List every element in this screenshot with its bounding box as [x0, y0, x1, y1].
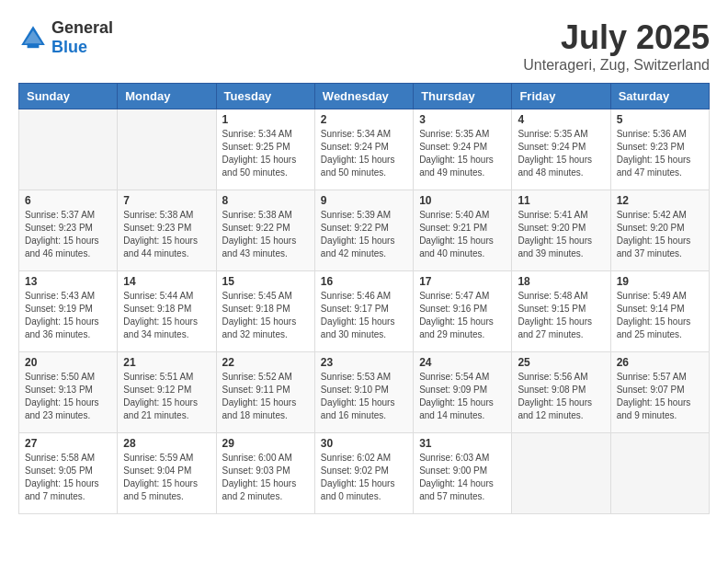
calendar-cell: 20Sunrise: 5:50 AMSunset: 9:13 PMDayligh… [19, 352, 118, 433]
day-info: Sunrise: 5:58 AMSunset: 9:05 PMDaylight:… [25, 452, 111, 503]
calendar-cell [512, 433, 610, 514]
day-info: Sunrise: 5:44 AMSunset: 9:18 PMDaylight:… [123, 290, 210, 341]
day-info: Sunrise: 5:40 AMSunset: 9:21 PMDaylight:… [419, 209, 506, 260]
calendar-cell: 22Sunrise: 5:52 AMSunset: 9:11 PMDayligh… [216, 352, 314, 433]
header-tuesday: Tuesday [216, 84, 314, 109]
day-info: Sunrise: 5:53 AMSunset: 9:10 PMDaylight:… [321, 371, 407, 422]
logo-icon [18, 23, 48, 52]
calendar-cell: 15Sunrise: 5:45 AMSunset: 9:18 PMDayligh… [216, 271, 314, 352]
logo-text: General Blue [51, 18, 113, 57]
day-number: 10 [419, 194, 506, 207]
calendar-title: July 2025 [523, 18, 710, 57]
calendar-cell: 16Sunrise: 5:46 AMSunset: 9:17 PMDayligh… [314, 271, 413, 352]
day-info: Sunrise: 5:35 AMSunset: 9:24 PMDaylight:… [518, 128, 604, 179]
calendar-cell: 5Sunrise: 5:36 AMSunset: 9:23 PMDaylight… [610, 109, 709, 190]
calendar-cell: 12Sunrise: 5:42 AMSunset: 9:20 PMDayligh… [610, 190, 709, 271]
svg-rect-2 [28, 43, 40, 48]
calendar-week-2: 6Sunrise: 5:37 AMSunset: 9:23 PMDaylight… [19, 190, 710, 271]
logo: General Blue [18, 18, 113, 57]
calendar-cell: 13Sunrise: 5:43 AMSunset: 9:19 PMDayligh… [19, 271, 118, 352]
day-info: Sunrise: 5:56 AMSunset: 9:08 PMDaylight:… [518, 371, 604, 422]
day-number: 20 [25, 356, 111, 369]
day-info: Sunrise: 5:36 AMSunset: 9:23 PMDaylight:… [617, 128, 703, 179]
day-info: Sunrise: 5:45 AMSunset: 9:18 PMDaylight:… [222, 290, 309, 341]
day-number: 19 [617, 275, 703, 288]
calendar-cell: 3Sunrise: 5:35 AMSunset: 9:24 PMDaylight… [414, 109, 512, 190]
day-number: 22 [222, 356, 309, 369]
header-saturday: Saturday [610, 84, 709, 109]
day-number: 4 [518, 113, 604, 126]
calendar-week-4: 20Sunrise: 5:50 AMSunset: 9:13 PMDayligh… [19, 352, 710, 433]
day-info: Sunrise: 5:34 AMSunset: 9:24 PMDaylight:… [321, 128, 407, 179]
day-number: 27 [25, 437, 111, 450]
day-info: Sunrise: 5:46 AMSunset: 9:17 PMDaylight:… [321, 290, 407, 341]
calendar-cell [19, 109, 118, 190]
day-info: Sunrise: 5:50 AMSunset: 9:13 PMDaylight:… [25, 371, 111, 422]
calendar-cell: 19Sunrise: 5:49 AMSunset: 9:14 PMDayligh… [610, 271, 709, 352]
day-number: 15 [222, 275, 309, 288]
calendar-header-row: Sunday Monday Tuesday Wednesday Thursday… [19, 84, 710, 109]
day-info: Sunrise: 5:52 AMSunset: 9:11 PMDaylight:… [222, 371, 309, 422]
day-info: Sunrise: 5:42 AMSunset: 9:20 PMDaylight:… [617, 209, 703, 260]
header-friday: Friday [512, 84, 610, 109]
day-number: 7 [123, 194, 210, 207]
calendar-table: Sunday Monday Tuesday Wednesday Thursday… [18, 83, 710, 514]
calendar-cell [610, 433, 709, 514]
day-info: Sunrise: 5:38 AMSunset: 9:22 PMDaylight:… [222, 209, 309, 260]
day-info: Sunrise: 5:37 AMSunset: 9:23 PMDaylight:… [25, 209, 111, 260]
day-number: 3 [419, 113, 506, 126]
day-number: 1 [222, 113, 309, 126]
calendar-cell: 2Sunrise: 5:34 AMSunset: 9:24 PMDaylight… [314, 109, 413, 190]
day-number: 24 [419, 356, 506, 369]
day-number: 18 [518, 275, 604, 288]
day-info: Sunrise: 5:51 AMSunset: 9:12 PMDaylight:… [123, 371, 210, 422]
calendar-week-3: 13Sunrise: 5:43 AMSunset: 9:19 PMDayligh… [19, 271, 710, 352]
logo-blue: Blue [51, 38, 87, 56]
logo-general: General [51, 18, 113, 37]
calendar-cell: 11Sunrise: 5:41 AMSunset: 9:20 PMDayligh… [512, 190, 610, 271]
header-wednesday: Wednesday [314, 84, 413, 109]
day-number: 16 [321, 275, 407, 288]
day-number: 31 [419, 437, 506, 450]
day-number: 14 [123, 275, 210, 288]
calendar-location: Unterageri, Zug, Switzerland [523, 57, 710, 74]
day-info: Sunrise: 5:39 AMSunset: 9:22 PMDaylight:… [321, 209, 407, 260]
calendar-week-5: 27Sunrise: 5:58 AMSunset: 9:05 PMDayligh… [19, 433, 710, 514]
day-number: 28 [123, 437, 210, 450]
day-info: Sunrise: 5:43 AMSunset: 9:19 PMDaylight:… [25, 290, 111, 341]
header-sunday: Sunday [19, 84, 118, 109]
day-number: 6 [25, 194, 111, 207]
day-info: Sunrise: 5:59 AMSunset: 9:04 PMDaylight:… [123, 452, 210, 503]
calendar-week-1: 1Sunrise: 5:34 AMSunset: 9:25 PMDaylight… [19, 109, 710, 190]
calendar-cell: 1Sunrise: 5:34 AMSunset: 9:25 PMDaylight… [216, 109, 314, 190]
calendar-cell: 25Sunrise: 5:56 AMSunset: 9:08 PMDayligh… [512, 352, 610, 433]
calendar-cell: 21Sunrise: 5:51 AMSunset: 9:12 PMDayligh… [118, 352, 216, 433]
calendar-cell: 9Sunrise: 5:39 AMSunset: 9:22 PMDaylight… [314, 190, 413, 271]
calendar-cell: 18Sunrise: 5:48 AMSunset: 9:15 PMDayligh… [512, 271, 610, 352]
page-header: General Blue July 2025 Unterageri, Zug, … [18, 18, 710, 74]
calendar-cell: 28Sunrise: 5:59 AMSunset: 9:04 PMDayligh… [118, 433, 216, 514]
day-info: Sunrise: 6:03 AMSunset: 9:00 PMDaylight:… [419, 452, 506, 503]
title-section: July 2025 Unterageri, Zug, Switzerland [523, 18, 710, 74]
calendar-cell: 26Sunrise: 5:57 AMSunset: 9:07 PMDayligh… [610, 352, 709, 433]
calendar-cell: 17Sunrise: 5:47 AMSunset: 9:16 PMDayligh… [414, 271, 512, 352]
day-info: Sunrise: 5:38 AMSunset: 9:23 PMDaylight:… [123, 209, 210, 260]
calendar-cell: 10Sunrise: 5:40 AMSunset: 9:21 PMDayligh… [414, 190, 512, 271]
day-info: Sunrise: 5:41 AMSunset: 9:20 PMDaylight:… [518, 209, 604, 260]
calendar-cell: 8Sunrise: 5:38 AMSunset: 9:22 PMDaylight… [216, 190, 314, 271]
header-thursday: Thursday [414, 84, 512, 109]
calendar-cell: 31Sunrise: 6:03 AMSunset: 9:00 PMDayligh… [414, 433, 512, 514]
day-number: 29 [222, 437, 309, 450]
day-info: Sunrise: 5:47 AMSunset: 9:16 PMDaylight:… [419, 290, 506, 341]
calendar-cell: 23Sunrise: 5:53 AMSunset: 9:10 PMDayligh… [314, 352, 413, 433]
day-info: Sunrise: 5:54 AMSunset: 9:09 PMDaylight:… [419, 371, 506, 422]
day-number: 17 [419, 275, 506, 288]
day-info: Sunrise: 5:57 AMSunset: 9:07 PMDaylight:… [617, 371, 703, 422]
calendar-cell: 6Sunrise: 5:37 AMSunset: 9:23 PMDaylight… [19, 190, 118, 271]
calendar-cell: 24Sunrise: 5:54 AMSunset: 9:09 PMDayligh… [414, 352, 512, 433]
day-info: Sunrise: 5:35 AMSunset: 9:24 PMDaylight:… [419, 128, 506, 179]
calendar-cell: 7Sunrise: 5:38 AMSunset: 9:23 PMDaylight… [118, 190, 216, 271]
day-info: Sunrise: 5:48 AMSunset: 9:15 PMDaylight:… [518, 290, 604, 341]
calendar-cell: 29Sunrise: 6:00 AMSunset: 9:03 PMDayligh… [216, 433, 314, 514]
day-info: Sunrise: 6:02 AMSunset: 9:02 PMDaylight:… [321, 452, 407, 503]
